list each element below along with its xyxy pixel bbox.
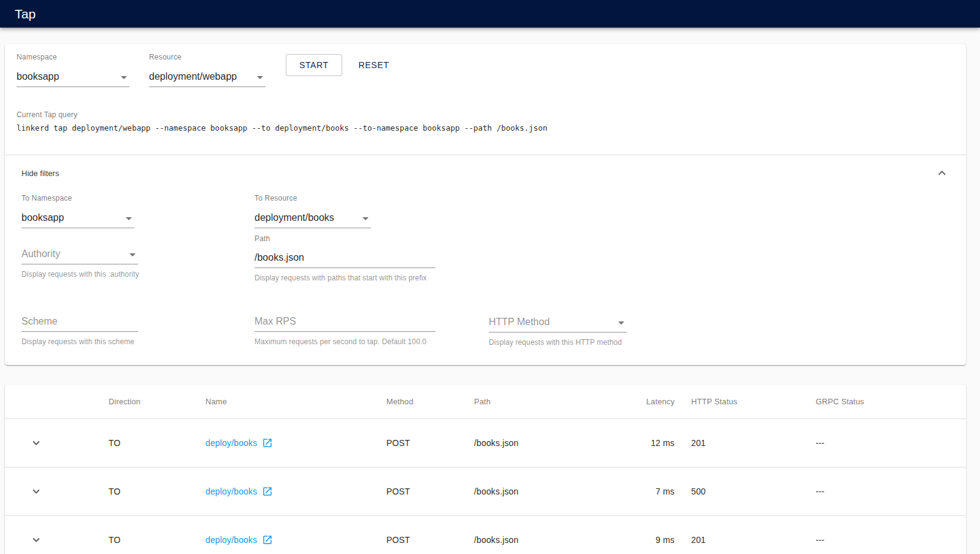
expand-row-button[interactable] [27, 434, 45, 452]
authority-helper: Display requests with this :authority [21, 270, 163, 279]
latency-header: Latency [633, 385, 675, 419]
max-rps-input[interactable] [255, 316, 435, 332]
open-in-new-icon [262, 534, 273, 545]
max-rps-field: Maximum requests per second to tap. Defa… [255, 302, 435, 346]
tap-query-form: Namespace booksapp Resource deployment/w… [17, 53, 954, 87]
start-button[interactable]: START [286, 54, 342, 76]
method-cell: POST [377, 467, 465, 516]
method-header: Method [377, 385, 465, 419]
hide-filters-toggle[interactable]: Hide filters [17, 155, 954, 190]
chevron-up-icon[interactable] [935, 166, 949, 180]
filters-panel: To Namespace booksapp To Resource deploy… [17, 190, 954, 347]
method-cell: POST [377, 516, 465, 554]
resource-label: Resource [149, 53, 266, 61]
to-resource-label: To Resource [255, 194, 371, 202]
current-tap-query-label: Current Tap query [17, 110, 954, 119]
direction-cell: TO [98, 419, 196, 467]
expand-row-button[interactable] [27, 531, 45, 549]
table-row: TO deploy/books POST /books.json 9 ms 20… [5, 516, 966, 554]
name-header: Name [196, 385, 377, 419]
dropdown-arrow-icon [121, 76, 127, 79]
app-bar: Tap [0, 0, 980, 28]
namespace-label: Namespace [17, 53, 129, 61]
scheme-helper: Display requests with this scheme [21, 337, 138, 346]
tap-results-table: Direction Name Method Path Latency HTTP … [5, 385, 966, 554]
dropdown-arrow-icon [257, 76, 263, 79]
max-rps-helper: Maximum requests per second to tap. Defa… [255, 337, 435, 346]
resource-link[interactable]: deploy/books [205, 437, 273, 448]
namespace-value: booksapp [17, 71, 59, 82]
expand-row-button[interactable] [27, 482, 45, 501]
http-method-placeholder: HTTP Method [489, 316, 549, 328]
filters-row-2: Authority Display requests with this :au… [21, 234, 949, 282]
path-field: Path Display requests with paths that st… [255, 234, 435, 282]
grpc-status-cell: --- [806, 467, 966, 516]
table-row: TO deploy/books POST /books.json 12 ms 2… [5, 419, 966, 467]
http-status-header: HTTP Status [675, 385, 806, 419]
http-method-helper: Display requests with this HTTP method [489, 338, 627, 347]
scheme-field: Display requests with this scheme [21, 302, 138, 346]
resource-link[interactable]: deploy/books [205, 534, 273, 545]
to-resource-field: To Resource deployment/books [255, 194, 371, 228]
authority-select[interactable]: Authority [21, 248, 138, 264]
open-in-new-icon [262, 437, 273, 448]
to-namespace-value: booksapp [21, 212, 64, 223]
tap-results-card: Direction Name Method Path Latency HTTP … [5, 385, 966, 554]
resource-link[interactable]: deploy/books [205, 486, 273, 497]
filters-row-3: Display requests with this scheme Maximu… [21, 302, 949, 347]
path-cell: /books.json [465, 516, 633, 554]
resource-select[interactable]: deployment/webapp [149, 71, 266, 87]
http-status-cell: 500 [675, 467, 806, 516]
reset-button[interactable]: RESET [354, 54, 394, 76]
table-header-row: Direction Name Method Path Latency HTTP … [5, 385, 966, 419]
namespace-select[interactable]: booksapp [17, 71, 129, 87]
http-method-select[interactable]: HTTP Method [489, 316, 627, 333]
latency-cell: 9 ms [633, 516, 675, 554]
dropdown-arrow-icon [362, 217, 369, 220]
page-title: Tap [15, 7, 36, 21]
direction-cell: TO [98, 467, 196, 516]
direction-header: Direction [98, 385, 196, 419]
dropdown-arrow-icon [129, 253, 136, 256]
path-header: Path [465, 385, 633, 419]
scheme-input[interactable] [21, 316, 138, 332]
grpc-status-cell: --- [806, 419, 966, 467]
open-in-new-icon [262, 486, 273, 497]
path-input[interactable] [255, 252, 435, 268]
expand-column-header [5, 385, 98, 419]
latency-cell: 12 ms [633, 419, 675, 467]
grpc-status-header: GRPC Status [806, 385, 966, 419]
method-cell: POST [377, 419, 465, 467]
chevron-down-icon [29, 436, 43, 450]
resource-value: deployment/webapp [149, 71, 237, 82]
path-cell: /books.json [465, 419, 633, 467]
dropdown-arrow-icon [126, 217, 132, 220]
hide-filters-label: Hide filters [21, 169, 59, 178]
chevron-down-icon [29, 485, 43, 498]
to-namespace-select[interactable]: booksapp [21, 212, 134, 228]
chevron-down-icon [29, 533, 43, 547]
http-status-cell: 201 [675, 516, 806, 554]
authority-field: Authority Display requests with this :au… [21, 248, 138, 279]
path-cell: /books.json [465, 467, 633, 516]
resource-link-label: deploy/books [205, 535, 257, 545]
latency-cell: 7 ms [633, 467, 675, 516]
to-resource-select[interactable]: deployment/books [255, 212, 371, 228]
filters-row-1: To Namespace booksapp To Resource deploy… [21, 194, 949, 228]
http-status-cell: 201 [675, 419, 806, 467]
to-namespace-field: To Namespace booksapp [21, 194, 134, 228]
resource-link-label: deploy/books [205, 487, 257, 496]
to-resource-value: deployment/books [255, 212, 334, 223]
dropdown-arrow-icon [618, 321, 624, 325]
to-namespace-label: To Namespace [21, 194, 134, 202]
direction-cell: TO [98, 516, 196, 554]
namespace-field: Namespace booksapp [17, 53, 129, 87]
tap-query-card: Namespace booksapp Resource deployment/w… [5, 44, 966, 365]
current-tap-query-text: linkerd tap deployment/webapp --namespac… [17, 123, 954, 133]
grpc-status-cell: --- [806, 516, 966, 554]
path-label: Path [255, 234, 435, 243]
http-method-field: HTTP Method Display requests with this H… [489, 316, 627, 347]
authority-placeholder: Authority [21, 248, 60, 260]
table-row: TO deploy/books POST /books.json 7 ms 50… [5, 467, 966, 516]
resource-link-label: deploy/books [205, 438, 257, 448]
